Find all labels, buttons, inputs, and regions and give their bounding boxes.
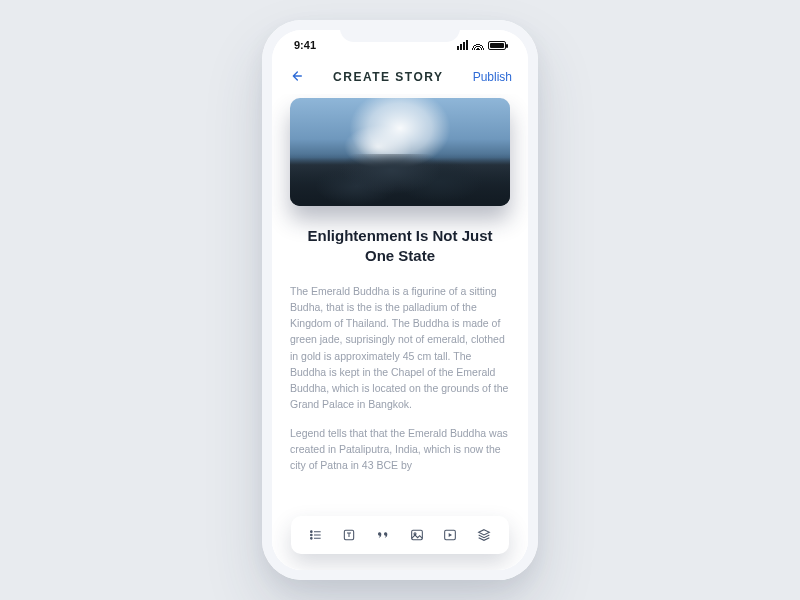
status-time: 9:41 [294,39,316,51]
story-content[interactable]: Enlightenment Is Not Just One State The … [272,94,528,570]
notch [340,20,460,42]
arrow-left-icon [288,68,304,84]
story-title[interactable]: Enlightenment Is Not Just One State [290,226,510,267]
publish-button[interactable]: Publish [473,70,512,84]
tool-video[interactable] [439,524,461,546]
story-body[interactable]: The Emerald Buddha is a figurine of a si… [290,283,510,474]
tool-image[interactable] [406,524,428,546]
tool-list[interactable] [305,524,327,546]
battery-icon [488,41,506,50]
svg-point-2 [310,538,312,540]
page-title: CREATE STORY [333,70,443,84]
status-icons [457,40,506,50]
screen: 9:41 CREATE STORY Publish Enlightenment … [272,30,528,570]
text-icon [341,527,357,543]
svg-point-0 [310,531,312,533]
svg-rect-7 [411,530,422,539]
svg-point-1 [310,534,312,536]
tool-layers[interactable] [473,524,495,546]
story-paragraph[interactable]: Legend tells that that the Emerald Buddh… [290,425,510,474]
header: CREATE STORY Publish [272,60,528,94]
video-icon [442,527,458,543]
layers-icon [476,527,492,543]
phone-frame: 9:41 CREATE STORY Publish Enlightenment … [262,20,538,580]
back-button[interactable] [288,68,304,87]
story-paragraph[interactable]: The Emerald Buddha is a figurine of a si… [290,283,510,413]
cellular-icon [457,40,468,50]
list-icon [308,527,324,543]
quote-icon [375,527,391,543]
image-icon [409,527,425,543]
tool-text[interactable] [338,524,360,546]
tool-quote[interactable] [372,524,394,546]
wifi-icon [472,41,484,50]
editor-toolbar [291,516,509,554]
hero-image[interactable] [290,98,510,206]
